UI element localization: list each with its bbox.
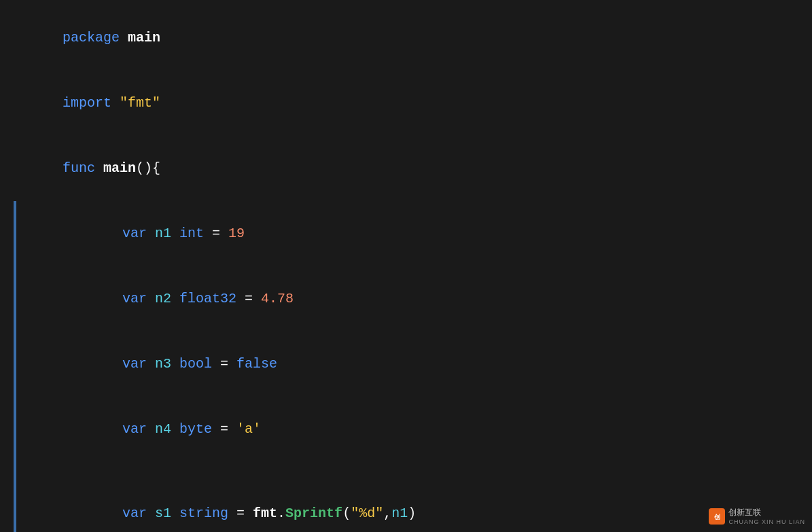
code-line-func: func main(){ [14,136,798,201]
watermark: 创 创新互联 CHUANG XIN HU LIAN [709,507,805,525]
code-body: var n1 int = 19 var n2 float32 = 4.78 va… [14,201,798,532]
kw-func: func [63,160,103,176]
import-path: "fmt" [120,95,160,111]
code-line-import: import "fmt" [14,71,798,136]
code-line-s1-decl: var s1 string = fmt.Sprintf("%d",n1) [24,481,798,532]
func-main: main [103,160,136,176]
func-paren: (){ [136,160,160,176]
code-line-package: package main [14,5,798,71]
main-container: 19 4.780000 false a F:\GO_FILE_Wenn\Wenn… [0,0,812,532]
kw-package: package [63,30,128,46]
kw-main-name: main [128,30,160,46]
kw-import: import [63,95,120,111]
watermark-icon: 创 [709,508,725,525]
code-panel: package main import "fmt" func main(){ v… [0,0,812,532]
svg-text:创: 创 [713,514,720,521]
code-line-n3: var n3 bool = false [24,332,798,397]
code-line-n1: var n1 int = 19 [24,201,798,266]
watermark-tagline: CHUANG XIN HU LIAN [728,518,805,525]
code-line-n4: var n4 byte = 'a' [24,397,798,462]
brand-logo-svg: 创 [710,510,724,523]
code-line-n2: var n2 float32 = 4.78 [24,266,798,332]
watermark-brand: 创新互联 [728,507,761,518]
watermark-text-block: 创新互联 CHUANG XIN HU LIAN [728,507,805,525]
